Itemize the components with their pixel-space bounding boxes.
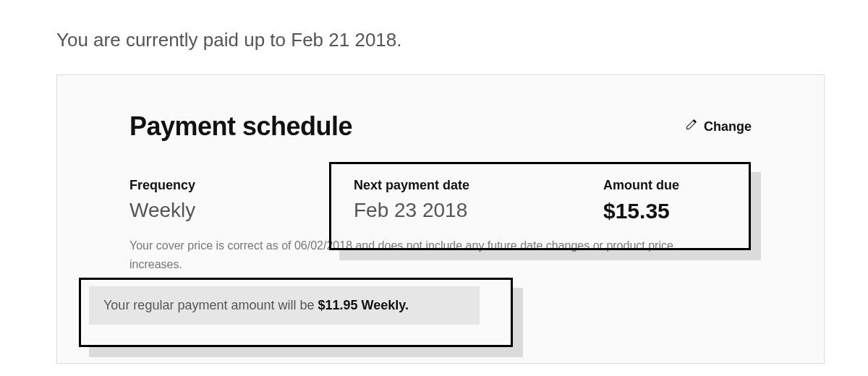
payment-schedule-panel: Payment schedule Change Frequency Weekly… xyxy=(56,74,825,364)
paid-up-status: You are currently paid up to Feb 21 2018… xyxy=(56,29,825,51)
regular-payment-info: Your regular payment amount will be $11.… xyxy=(89,286,480,325)
regular-payment-amount: $11.95 Weekly. xyxy=(318,298,409,312)
frequency-value: Weekly xyxy=(129,199,354,222)
next-payment-label: Next payment date xyxy=(354,178,603,193)
panel-title: Payment schedule xyxy=(129,111,352,142)
schedule-columns: Frequency Weekly Next payment date Feb 2… xyxy=(129,178,752,223)
panel-header: Payment schedule Change xyxy=(129,111,752,142)
cover-price-note: Your cover price is correct as of 06/02/… xyxy=(129,236,723,273)
amount-due-value: $15.35 xyxy=(603,199,752,223)
pencil-icon xyxy=(685,119,697,134)
frequency-label: Frequency xyxy=(129,178,354,193)
frequency-column: Frequency Weekly xyxy=(129,178,354,223)
change-button[interactable]: Change xyxy=(685,119,752,134)
amount-due-column: Amount due $15.35 xyxy=(603,178,752,223)
next-payment-column: Next payment date Feb 23 2018 xyxy=(354,178,603,223)
next-payment-value: Feb 23 2018 xyxy=(354,199,603,222)
change-button-label: Change xyxy=(704,119,752,134)
regular-payment-prefix: Your regular payment amount will be xyxy=(103,298,318,312)
amount-due-label: Amount due xyxy=(603,178,752,193)
